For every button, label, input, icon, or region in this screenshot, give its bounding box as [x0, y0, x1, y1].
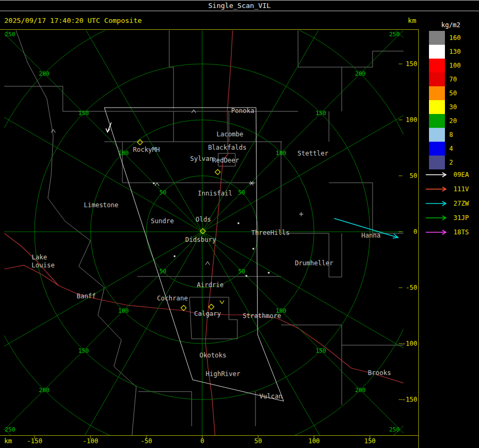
colorbar-swatch	[429, 86, 445, 100]
range-label: 50	[159, 268, 166, 275]
colorbar-swatch	[429, 59, 445, 72]
town-label: RockyMH	[133, 146, 160, 153]
town-label: Drumheller	[295, 259, 333, 267]
colorbar-row: 2	[429, 156, 453, 169]
bottom-axis-label: 150	[359, 437, 381, 445]
colorbar-value: 2	[449, 159, 453, 166]
range-label: 250	[5, 31, 15, 38]
colorbar-row: 20	[429, 114, 457, 128]
colorbar-row: 160	[429, 31, 461, 45]
right-axis-label: 0	[399, 228, 417, 235]
town-label: Strathmore	[243, 312, 281, 320]
colorbar-swatch	[429, 45, 445, 59]
town-label: Lacombe	[217, 131, 244, 138]
colorbar-row: 8	[429, 128, 453, 142]
range-label: 50	[159, 189, 166, 196]
town-label: Lake	[32, 254, 47, 261]
dot-marker	[253, 248, 254, 250]
town-label: Didsbury	[185, 236, 216, 243]
range-label: 150	[316, 110, 326, 117]
colorbar-row: 130	[429, 45, 461, 59]
colorbar-value: 160	[449, 34, 461, 42]
range-label: 200	[39, 70, 49, 77]
colorbar-row: 30	[429, 100, 457, 114]
town-label: Okotoks	[200, 352, 227, 359]
scan-sector-outline	[104, 108, 284, 401]
right-axis-label: 50	[399, 172, 417, 180]
right-axis-label: -150	[399, 396, 417, 403]
bottom-axis-label: -100	[79, 437, 102, 445]
track-arrow-icon	[425, 186, 450, 192]
town-label: Stettler	[298, 150, 328, 157]
town-label: RedDeer	[212, 157, 240, 164]
track-legend-row: 31JP	[425, 214, 469, 222]
storm-tracks	[106, 123, 398, 238]
range-label: 250	[389, 31, 400, 38]
colorbar-row: 70	[429, 72, 457, 86]
bottom-axis-label: 0	[191, 437, 213, 445]
colorbar-swatch	[429, 114, 445, 128]
colorbar-value: 4	[449, 145, 453, 152]
obs-markers	[51, 110, 303, 276]
track-arrow-icon	[425, 172, 450, 178]
colorbar-row: 50	[429, 86, 457, 100]
town-label: Airdrie	[197, 281, 224, 289]
town-label: Louise	[31, 262, 54, 269]
town-label: HighRiver	[205, 370, 240, 378]
colorbar-swatch	[429, 142, 445, 156]
diamond-marker	[209, 304, 214, 309]
range-label: 150	[316, 347, 326, 354]
track-arrow-icon	[425, 229, 450, 235]
range-label: 150	[78, 347, 89, 354]
town-label: Calgary	[194, 310, 221, 317]
range-label: 200	[355, 70, 366, 77]
asterisk-marker	[249, 181, 254, 185]
colorbar-swatch	[429, 31, 445, 45]
colorbar-row: 100	[429, 59, 461, 72]
bottom-axis-label: 50	[247, 437, 269, 445]
range-label: 250	[389, 426, 400, 433]
track-legend-row: 111V	[425, 185, 469, 193]
colorbar-value: 30	[449, 103, 457, 111]
track-arrow-icon	[425, 200, 450, 207]
diamond-marker	[215, 169, 220, 175]
bottom-axis-label: 100	[303, 437, 325, 445]
caret-marker	[220, 300, 224, 304]
range-label: 100	[118, 307, 129, 314]
town-label: Ponoka	[231, 107, 254, 115]
right-axis-label: 100	[399, 116, 417, 124]
track-arrow-icon	[425, 215, 450, 221]
town-label: Olds	[196, 216, 211, 223]
peak-marker	[205, 262, 210, 265]
bottom-axis-unit: km	[4, 437, 12, 445]
track-id: 27ZW	[453, 200, 469, 207]
track-id: 31JP	[453, 214, 469, 222]
dot-marker	[174, 256, 176, 257]
track-legend-row: 27ZW	[425, 200, 469, 207]
range-label: 50	[238, 189, 245, 196]
peak-marker	[51, 129, 55, 133]
track-id: 18TS	[453, 229, 469, 236]
range-label: 200	[355, 387, 366, 394]
plus-marker	[299, 212, 303, 216]
dot-marker	[238, 223, 240, 224]
right-axis-label: -50	[399, 284, 417, 291]
bottom-axis-label: -150	[23, 437, 46, 445]
peak-marker	[155, 183, 159, 186]
track-id: 09EA	[453, 171, 469, 178]
right-axis-label: 150	[399, 60, 417, 68]
range-label: 50	[238, 268, 245, 275]
colorbar-value: 20	[449, 117, 457, 125]
town-label: Blackfalds	[208, 144, 246, 151]
town-label: Limestone	[84, 201, 118, 209]
bottom-axis-label: -50	[135, 437, 158, 445]
colorbar-value: 50	[449, 89, 457, 97]
track-legend-row: 18TS	[425, 229, 469, 236]
colorbar-swatch	[429, 156, 445, 169]
town-labels: Ponoka Lacombe Blackfalds Sylvan RedDeer…	[31, 107, 391, 400]
town-label: ThreeHills	[251, 229, 290, 237]
colorbar-swatch	[429, 100, 445, 114]
colorbar-unit: kg/m2	[427, 21, 475, 29]
colorbar-swatch	[429, 72, 445, 86]
colorbar-swatch	[429, 128, 445, 142]
